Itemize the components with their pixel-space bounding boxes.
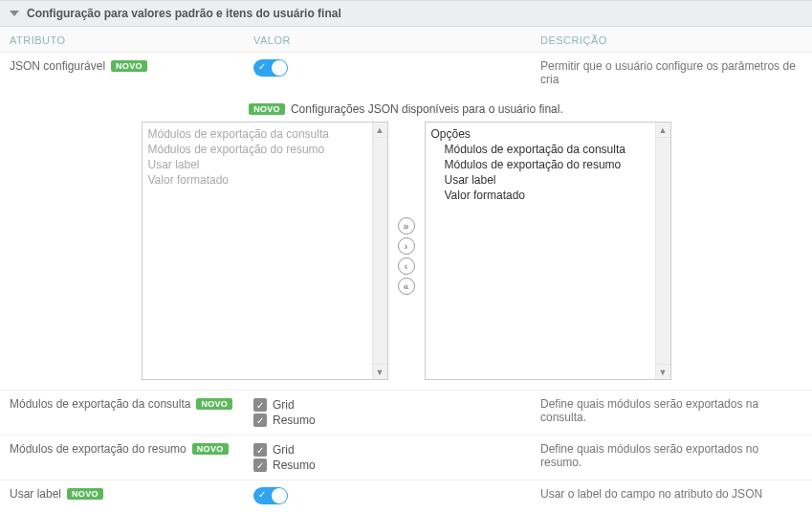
available-listbox[interactable]: Módulos de exportação da consulta Módulo… — [142, 122, 388, 380]
selected-listbox[interactable]: Opções Módulos de exportação da consulta… — [425, 122, 671, 380]
col-header-valor: VALOR — [253, 34, 540, 46]
scrollbar[interactable]: ▲ ▼ — [655, 123, 670, 379]
scroll-up-icon[interactable]: ▲ — [373, 123, 387, 138]
novo-badge: NOVO — [67, 488, 103, 500]
row-usar-label: Usar label NOVO ✓ Usar o label do campo … — [0, 480, 812, 514]
attr-label: Módulos de exportação do resumo — [10, 442, 187, 456]
attr-desc: Define quais módulos serão exportados na… — [540, 397, 802, 424]
attr-desc: Permitir que o usuário configure os parâ… — [540, 59, 802, 86]
check-icon: ✓ — [258, 61, 266, 72]
usar-label-toggle[interactable]: ✓ — [253, 487, 288, 504]
novo-badge: NOVO — [249, 103, 285, 115]
novo-badge: NOVO — [111, 60, 147, 72]
checkbox-resumo[interactable]: ✓ — [253, 458, 267, 472]
checkbox-grid[interactable]: ✓ — [253, 398, 267, 412]
list-item[interactable]: Usar label — [148, 157, 382, 172]
list-item[interactable]: Módulos de exportação da consulta — [148, 126, 382, 142]
attr-desc: Define quais módulos serão exportados no… — [540, 442, 802, 469]
info-text: Configurações JSON disponíveis para o us… — [291, 102, 563, 116]
list-item[interactable]: Valor formatado — [148, 172, 382, 188]
tree-item[interactable]: Módulos de exportação do resumo — [431, 157, 665, 172]
checkbox-label: Grid — [273, 443, 295, 457]
checkbox-label: Resumo — [273, 413, 316, 427]
section-title: Configuração para valores padrão e itens… — [27, 7, 341, 20]
checkbox-grid[interactable]: ✓ — [253, 443, 267, 457]
col-header-atributo: ATRIBUTO — [10, 34, 253, 46]
check-icon: ✓ — [258, 489, 266, 500]
section-header[interactable]: Configuração para valores padrão e itens… — [0, 0, 812, 27]
attr-label: JSON configurável — [10, 59, 105, 73]
move-left-button[interactable]: ‹ — [398, 257, 415, 275]
scrollbar[interactable]: ▲ ▼ — [372, 123, 387, 379]
attr-desc: Usar o label do campo no atributo do JSO… — [540, 487, 802, 501]
collapse-icon — [10, 11, 19, 16]
tree-item[interactable]: Módulos de exportação da consulta — [431, 142, 665, 157]
col-header-descricao: DESCRIÇÃO — [540, 34, 802, 46]
move-right-button[interactable]: › — [398, 237, 415, 255]
toggle-knob — [272, 488, 287, 503]
checkbox-resumo[interactable]: ✓ — [253, 413, 267, 427]
scroll-down-icon[interactable]: ▼ — [656, 364, 670, 379]
novo-badge: NOVO — [196, 398, 232, 410]
tree-root[interactable]: Opções — [431, 126, 665, 142]
toggle-knob — [272, 60, 287, 76]
checkbox-label: Resumo — [273, 458, 316, 472]
novo-badge: NOVO — [192, 443, 229, 455]
scroll-up-icon[interactable]: ▲ — [656, 123, 670, 138]
attr-label: Módulos de exportação da consulta — [10, 397, 190, 411]
dual-list: Módulos de exportação da consulta Módulo… — [0, 122, 812, 391]
list-item[interactable]: Módulos de exportação do resumo — [148, 142, 382, 157]
move-all-right-button[interactable]: » — [398, 217, 415, 235]
attr-label: Usar label — [10, 487, 61, 501]
info-line: NOVO Configurações JSON disponíveis para… — [0, 93, 812, 122]
row-exp-consulta: Módulos de exportação da consulta NOVO ✓… — [0, 391, 812, 436]
scroll-down-icon[interactable]: ▼ — [373, 364, 387, 379]
json-config-toggle[interactable]: ✓ — [253, 59, 288, 77]
tree-item[interactable]: Valor formatado — [431, 188, 665, 203]
transfer-buttons: » › ‹ « — [398, 122, 415, 295]
row-json-configuravel: JSON configurável NOVO ✓ Permitir que o … — [0, 53, 812, 93]
column-headers: ATRIBUTO VALOR DESCRIÇÃO — [0, 27, 812, 53]
checkbox-label: Grid — [273, 398, 295, 412]
row-exp-resumo: Módulos de exportação do resumo NOVO ✓ G… — [0, 436, 812, 480]
tree-item[interactable]: Usar label — [431, 172, 665, 188]
move-all-left-button[interactable]: « — [398, 278, 415, 295]
